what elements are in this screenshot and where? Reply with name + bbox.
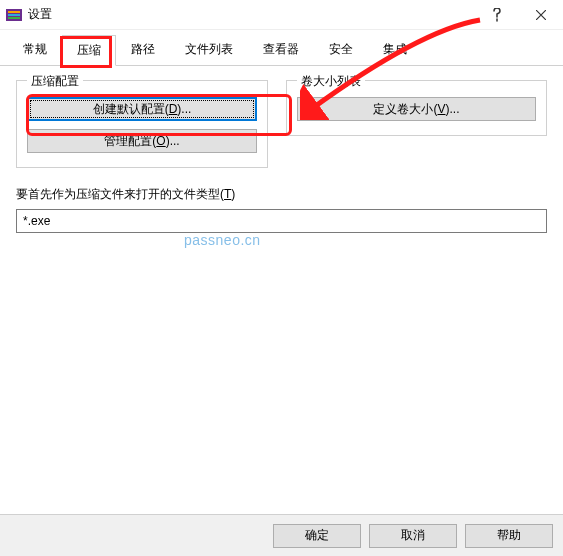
filetype-label: 要首先作为压缩文件来打开的文件类型(T): [16, 186, 547, 203]
group-volume-list: 卷大小列表 定义卷大小(V)...: [286, 80, 547, 136]
tab-path[interactable]: 路径: [116, 34, 170, 65]
group-compress-profile: 压缩配置 创建默认配置(D)... 管理配置(O)...: [16, 80, 268, 168]
tab-bar: 常规 压缩 路径 文件列表 查看器 安全 集成: [0, 30, 563, 66]
titlebar: 设置: [0, 0, 563, 30]
filetype-input[interactable]: [16, 209, 547, 233]
dialog-footer: 确定 取消 帮助: [0, 514, 563, 556]
svg-rect-2: [8, 14, 20, 16]
cancel-button[interactable]: 取消: [369, 524, 457, 548]
define-volume-size-button[interactable]: 定义卷大小(V)...: [297, 97, 536, 121]
svg-rect-3: [8, 17, 20, 19]
svg-rect-1: [8, 11, 20, 13]
tab-security[interactable]: 安全: [314, 34, 368, 65]
group-compress-legend: 压缩配置: [27, 73, 83, 90]
close-button[interactable]: [519, 0, 563, 30]
ok-button[interactable]: 确定: [273, 524, 361, 548]
help-footer-button[interactable]: 帮助: [465, 524, 553, 548]
window-title: 设置: [28, 6, 475, 23]
tab-general[interactable]: 常规: [8, 34, 62, 65]
tab-content: 压缩配置 创建默认配置(D)... 管理配置(O)... 卷大小列表 定义卷大小…: [0, 66, 563, 518]
create-default-profile-button[interactable]: 创建默认配置(D)...: [27, 97, 257, 121]
app-icon: [6, 7, 22, 23]
tab-filelist[interactable]: 文件列表: [170, 34, 248, 65]
tab-viewer[interactable]: 查看器: [248, 34, 314, 65]
tab-compress[interactable]: 压缩: [62, 35, 116, 66]
group-volume-legend: 卷大小列表: [297, 73, 365, 90]
help-button[interactable]: [475, 0, 519, 30]
manage-profile-button[interactable]: 管理配置(O)...: [27, 129, 257, 153]
tab-integration[interactable]: 集成: [368, 34, 422, 65]
